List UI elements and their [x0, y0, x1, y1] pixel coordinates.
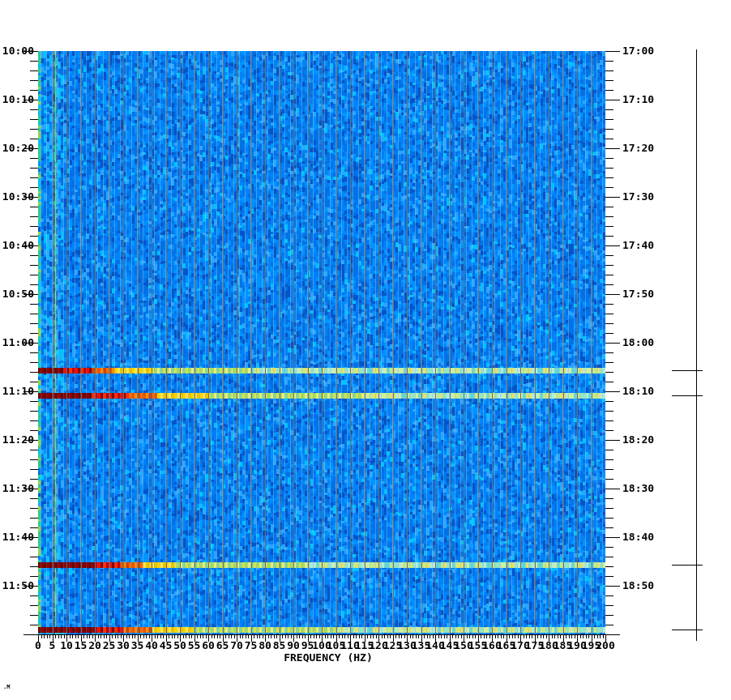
left-time-label: 10:00: [0, 45, 34, 56]
left-time-label: 11:40: [0, 531, 34, 542]
right-time-label: 18:50: [622, 580, 671, 591]
left-time-label: 11:10: [0, 386, 34, 396]
right-time-label: 18:30: [622, 483, 671, 493]
left-time-label: 10:30: [0, 191, 34, 202]
left-time-label: 11:20: [0, 434, 34, 445]
right-time-label: 17:40: [622, 240, 671, 250]
right-time-label: 18:10: [622, 386, 671, 396]
freq-tick-label: 200: [589, 640, 622, 651]
right-time-label: 17:50: [622, 288, 671, 299]
left-time-label: 10:40: [0, 240, 34, 250]
right-time-label: 18:40: [622, 531, 671, 542]
right-time-label: 17:20: [622, 143, 671, 153]
left-time-label: 10:10: [0, 94, 34, 105]
corner-mark: .M: [3, 685, 10, 690]
left-time-label: 10:20: [0, 143, 34, 153]
right-time-label: 17:00: [622, 45, 671, 56]
spectrogram-page: PDT Jun19,2025 MDH1 DP1 NC -- (Mammoth D…: [0, 0, 731, 700]
left-time-label: 11:30: [0, 483, 34, 493]
right-time-label: 18:00: [622, 337, 671, 348]
right-time-label: 17:10: [622, 94, 671, 105]
frequency-axis-title: FREQUENCY (HZ): [0, 651, 656, 664]
left-time-label: 11:50: [0, 580, 34, 591]
left-time-label: 10:50: [0, 288, 34, 299]
right-time-label: 17:30: [622, 191, 671, 202]
spectrogram-heatmap[interactable]: [0, 0, 731, 700]
left-time-label: 11:00: [0, 337, 34, 348]
right-time-label: 18:20: [622, 434, 671, 445]
